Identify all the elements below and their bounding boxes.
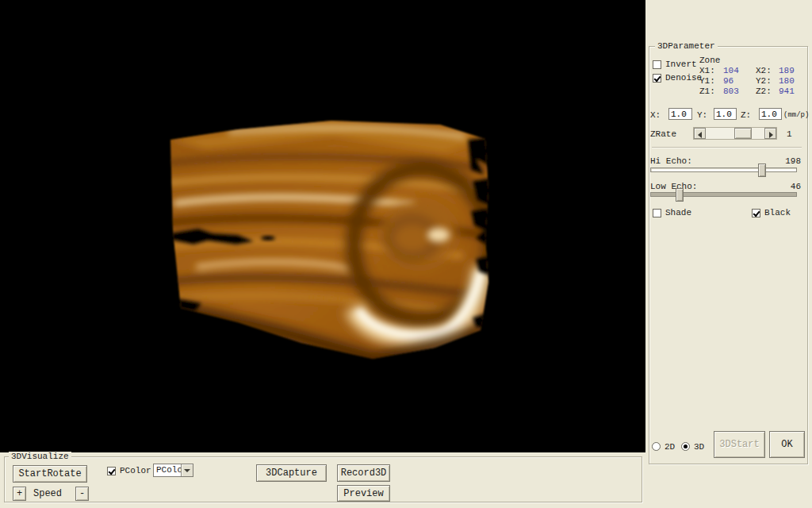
zone-y2-label: Y2: [756,76,772,87]
mode-2d-radio[interactable] [652,442,661,451]
visualize-panel: 3DVisualize StartRotate PColor PColor + … [0,452,645,508]
zone-z1-label: Z1: [699,87,715,97]
invert-checkbox[interactable] [653,60,661,69]
shade-checkbox[interactable] [653,209,661,217]
param-group-title: 3DParameter [655,41,718,52]
pcolor-label: PColor [120,466,151,476]
hi-echo-label: Hi Echo: [650,156,692,167]
zrate-value: 1 [787,129,792,140]
zone-x2-value: 189 [779,66,795,76]
hi-echo-value: 198 [777,156,801,167]
z-scale-label: Z: [741,110,751,121]
denoise-label: Denoise [665,73,702,83]
zrate-label: ZRate [650,129,676,140]
hi-echo-thumb[interactable] [758,164,766,177]
ok-button[interactable]: OK [769,431,805,458]
start-rotate-button[interactable]: StartRotate [13,465,87,483]
preview-button[interactable]: Preview [337,485,390,502]
scale-unit-label: (mm/p) [783,110,809,121]
start3d-button[interactable]: 3DStart [714,431,765,458]
zone-y1-value: 96 [723,76,733,87]
shade-label: Shade [665,208,691,218]
capture3d-button[interactable]: 3DCapture [256,464,327,482]
y-scale-label: Y: [697,110,707,121]
record3d-button[interactable]: Record3D [337,464,390,482]
render-viewport[interactable] [0,0,645,452]
volume-render [0,0,645,452]
zrate-right-arrow-icon[interactable] [764,128,776,139]
zone-title: Zone [699,56,720,66]
zone-x2-label: X2: [756,66,772,76]
zrate-left-arrow-icon[interactable] [694,128,706,139]
y-scale-input[interactable] [714,108,737,120]
hi-echo-track[interactable] [650,167,797,172]
low-echo-label: Low Echo: [650,182,697,192]
zone-x1-value: 104 [723,66,739,76]
zone-y1-label: Y1: [699,76,715,87]
separator-line [652,147,802,148]
black-checkbox[interactable] [752,209,760,217]
x-scale-label: X: [650,110,661,121]
x-scale-input[interactable] [668,108,692,120]
denoise-checkbox[interactable] [653,74,661,83]
invert-label: Invert [665,60,697,70]
parameter-panel: 3DParameter Invert Denoise Zone X1: 104 … [645,0,812,508]
pcolor-dropdown[interactable]: PColor [153,464,193,477]
low-echo-track[interactable] [650,192,797,197]
zone-z2-label: Z2: [756,87,772,97]
mode-3d-label: 3D [694,442,704,452]
application-window: 3DParameter Invert Denoise Zone X1: 104 … [0,0,812,508]
zone-x1-label: X1: [699,66,715,76]
pcolor-dropdown-arrow-icon[interactable] [181,464,193,476]
low-echo-value: 46 [777,182,801,192]
mode-2d-label: 2D [665,442,675,452]
speed-plus-button[interactable]: + [13,487,26,501]
z-scale-input[interactable] [759,108,782,120]
visualize-group-title: 3DVisualize [9,452,71,462]
zone-z2-value: 941 [779,87,795,97]
zone-z1-value: 803 [723,87,739,97]
zone-y2-value: 180 [779,76,795,87]
black-label: Black [764,208,791,218]
mode-3d-radio[interactable] [681,442,690,451]
speed-minus-button[interactable]: - [75,487,89,501]
pcolor-checkbox[interactable] [107,467,116,475]
zrate-thumb[interactable] [734,128,752,139]
speed-label: Speed [33,489,62,499]
low-echo-thumb[interactable] [676,188,684,202]
zrate-scrollbar[interactable] [693,127,777,140]
